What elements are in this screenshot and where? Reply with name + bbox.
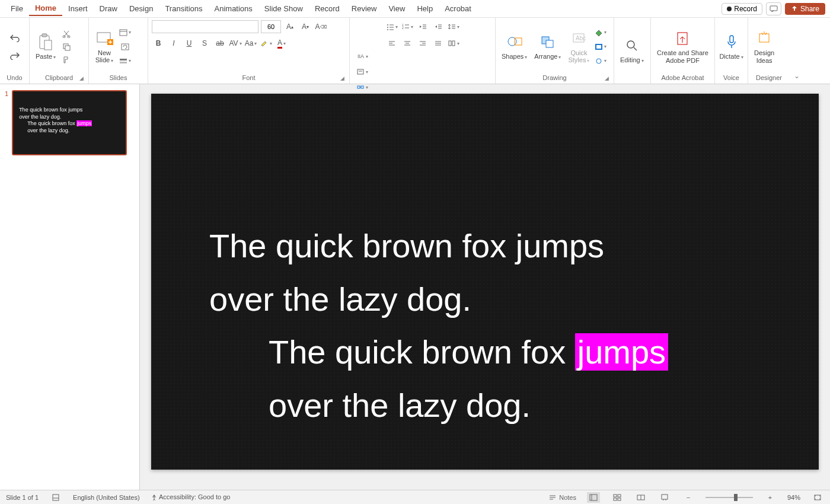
tab-insert[interactable]: Insert: [62, 2, 94, 15]
slideshow-view-icon[interactable]: [658, 492, 671, 503]
comments-button[interactable]: [766, 2, 781, 15]
clipboard-launcher-icon[interactable]: ◢: [79, 75, 84, 81]
arrange-button[interactable]: Arrange: [532, 31, 563, 62]
shape-fill-icon[interactable]: [594, 26, 607, 39]
tab-home[interactable]: Home: [29, 1, 62, 16]
svg-point-54: [508, 37, 516, 46]
new-slide-button[interactable]: New Slide: [92, 28, 116, 65]
tab-slideshow[interactable]: Slide Show: [258, 2, 309, 15]
slide-text-box[interactable]: The quick brown fox jumps over the lazy …: [209, 219, 668, 432]
clear-format-icon[interactable]: A⌫: [314, 20, 327, 33]
font-size-combo[interactable]: 60: [261, 20, 281, 33]
svg-line-63: [634, 47, 637, 50]
svg-rect-67: [53, 495, 59, 500]
paste-button[interactable]: Paste: [33, 31, 58, 62]
group-clipboard-label: Clipboard◢: [33, 73, 85, 82]
change-case-icon[interactable]: Aa: [244, 37, 257, 50]
tab-record[interactable]: Record: [309, 2, 346, 15]
shapes-button[interactable]: Shapes: [499, 31, 529, 62]
bold-button[interactable]: B: [152, 37, 165, 50]
notes-toggle[interactable]: Notes: [548, 492, 576, 503]
slide-thumbnail-1[interactable]: The quick brown fox jumps over the lazy …: [12, 90, 127, 155]
increase-indent-icon[interactable]: [432, 20, 445, 33]
reset-icon[interactable]: [119, 40, 132, 53]
underline-button[interactable]: U: [183, 37, 196, 50]
notes-page-icon[interactable]: [49, 492, 62, 503]
cut-icon[interactable]: [60, 28, 72, 40]
drawing-launcher-icon[interactable]: ◢: [605, 75, 609, 81]
font-launcher-icon[interactable]: ◢: [340, 75, 344, 81]
svg-rect-46: [449, 41, 451, 46]
align-left-icon[interactable]: [385, 37, 398, 50]
undo-icon[interactable]: [9, 32, 21, 44]
svg-point-19: [387, 29, 388, 30]
tab-help[interactable]: Help: [411, 2, 439, 15]
collapse-ribbon-icon[interactable]: ⌄: [790, 18, 804, 84]
strike-button[interactable]: ab: [213, 37, 226, 50]
svg-rect-14: [120, 62, 127, 63]
design-ideas-button[interactable]: Design Ideas: [752, 28, 777, 65]
tab-transitions[interactable]: Transitions: [159, 2, 208, 15]
shadow-button[interactable]: S: [198, 37, 211, 50]
decrease-indent-icon[interactable]: [416, 20, 429, 33]
fit-to-window-icon[interactable]: [811, 492, 824, 503]
zoom-slider[interactable]: [706, 497, 753, 498]
dictate-button[interactable]: Dictate: [719, 31, 744, 62]
zoom-in-icon[interactable]: +: [764, 492, 777, 503]
create-pdf-button[interactable]: Create and Share Adobe PDF: [655, 28, 711, 65]
decrease-font-icon[interactable]: A▾: [299, 20, 312, 33]
zoom-percent[interactable]: 94%: [787, 494, 800, 501]
char-spacing-icon[interactable]: AV: [229, 37, 242, 50]
group-undo-label: Undo: [4, 73, 25, 82]
quick-styles-button[interactable]: Abc Quick Styles: [566, 28, 592, 65]
columns-icon[interactable]: [447, 37, 460, 50]
bullets-icon[interactable]: [385, 20, 398, 33]
copy-icon[interactable]: [60, 41, 72, 53]
align-center-icon[interactable]: [401, 37, 414, 50]
numbering-icon[interactable]: 12: [401, 20, 414, 33]
layout-icon[interactable]: [119, 26, 132, 39]
section-icon[interactable]: [119, 55, 132, 68]
slide-canvas[interactable]: The quick brown fox jumps over the lazy …: [151, 94, 819, 470]
font-name-combo[interactable]: [152, 20, 258, 33]
italic-button[interactable]: I: [167, 37, 180, 50]
tab-view[interactable]: View: [382, 2, 411, 15]
svg-rect-73: [590, 495, 597, 500]
slide-line3-highlight: jumps: [575, 333, 668, 371]
shape-outline-icon[interactable]: [594, 40, 607, 53]
tab-acrobat[interactable]: Acrobat: [439, 2, 477, 15]
redo-icon[interactable]: [9, 50, 21, 62]
share-button[interactable]: Share: [785, 3, 825, 15]
svg-rect-10: [120, 30, 127, 36]
line-spacing-icon[interactable]: [447, 20, 460, 33]
slide-sorter-icon[interactable]: [611, 492, 624, 503]
tab-draw[interactable]: Draw: [94, 2, 123, 15]
status-slide-number[interactable]: Slide 1 of 1: [6, 494, 39, 501]
editing-button[interactable]: Editing: [618, 35, 646, 65]
highlight-icon[interactable]: [260, 37, 273, 50]
slide-thumbnails-panel[interactable]: 1 The quick brown fox jumps over the laz…: [0, 84, 140, 490]
svg-point-69: [153, 495, 155, 497]
reading-view-icon[interactable]: [634, 492, 647, 503]
tab-design[interactable]: Design: [123, 2, 159, 15]
format-painter-icon[interactable]: [60, 54, 72, 66]
justify-icon[interactable]: [432, 37, 445, 50]
group-designer-label: Designer: [752, 73, 786, 82]
editing-label: Editing: [620, 56, 644, 64]
tab-animations[interactable]: Animations: [209, 2, 258, 15]
increase-font-icon[interactable]: A▴: [283, 20, 296, 33]
text-direction-icon[interactable]: IIA: [356, 50, 369, 63]
slide-canvas-area[interactable]: The quick brown fox jumps over the lazy …: [140, 84, 830, 490]
tab-review[interactable]: Review: [346, 2, 383, 15]
status-accessibility[interactable]: Accessibility: Good to go: [151, 493, 231, 501]
shape-effects-icon[interactable]: [594, 55, 607, 68]
normal-view-icon[interactable]: [587, 492, 600, 503]
svg-rect-3: [44, 40, 52, 50]
align-text-icon[interactable]: [356, 65, 369, 78]
font-color-icon[interactable]: A: [275, 37, 288, 50]
record-button[interactable]: Record: [722, 3, 762, 15]
zoom-out-icon[interactable]: −: [682, 492, 695, 503]
tab-file[interactable]: File: [5, 2, 29, 15]
align-right-icon[interactable]: [416, 37, 429, 50]
status-language[interactable]: English (United States): [73, 494, 140, 501]
